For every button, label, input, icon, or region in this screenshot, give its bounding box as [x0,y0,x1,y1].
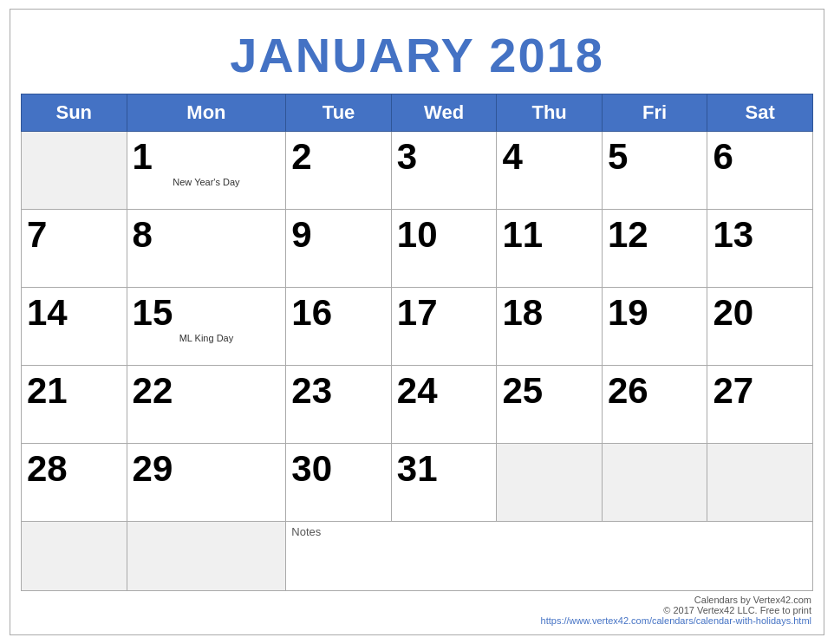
day-cell: 3 [391,132,497,210]
day-number: 21 [27,369,121,409]
day-number: 23 [291,369,386,409]
day-cell: 21 [22,366,127,444]
day-number: 28 [27,447,121,487]
day-number: 29 [133,447,281,487]
footer-line3: https://www.vertex42.com/calendars/calen… [541,615,811,626]
day-number: 10 [397,213,492,253]
day-number: 22 [133,369,281,409]
calendar-table: SunMonTueWedThuFriSat 1New Year's Day234… [21,94,813,591]
footer-line2: © 2017 Vertex42 LLC. Free to print [663,605,811,615]
notes-empty-cell [127,522,286,591]
day-cell: 6 [707,132,813,210]
day-number: 3 [397,135,492,175]
day-number: 5 [608,135,702,175]
notes-row: Notes [22,522,813,591]
footer-line1: Calendars by Vertex42.com [694,595,811,605]
day-cell: 4 [497,132,603,210]
header-row: SunMonTueWedThuFriSat [22,94,813,132]
header-day-wed: Wed [391,94,497,132]
day-number: 11 [502,213,596,253]
calendar-title: JANUARY 2018 [21,18,813,94]
day-cell: 18 [497,288,603,366]
day-cell: 16 [286,288,392,366]
day-cell: 11 [497,210,603,288]
header-day-fri: Fri [602,94,707,132]
day-cell [497,444,603,522]
calendar-container: JANUARY 2018 SunMonTueWedThuFriSat 1New … [10,9,824,635]
day-number: 17 [397,291,492,331]
day-cell: 29 [127,444,286,522]
day-cell: 9 [286,210,392,288]
week-row-1: 78910111213 [22,210,813,288]
day-cell: 10 [391,210,497,288]
day-cell: 14 [22,288,127,366]
day-cell: 28 [22,444,127,522]
header-day-thu: Thu [497,94,603,132]
day-number: 2 [291,135,386,175]
day-number: 1 [133,135,281,175]
day-cell: 12 [602,210,707,288]
day-number: 18 [502,291,596,331]
day-number: 31 [397,447,492,487]
day-number: 20 [713,291,807,331]
day-cell: 5 [602,132,707,210]
header-day-tue: Tue [286,94,392,132]
day-number: 30 [291,447,386,487]
day-number: 6 [713,135,807,175]
day-number: 14 [27,291,121,331]
day-cell: 8 [127,210,286,288]
day-number: 25 [502,369,596,409]
day-cell: 2 [286,132,392,210]
day-cell: 27 [707,366,813,444]
day-cell: 26 [602,366,707,444]
day-cell: 17 [391,288,497,366]
calendar-footer: Calendars by Vertex42.com © 2017 Vertex4… [21,591,813,626]
day-cell [22,132,127,210]
day-number: 26 [608,369,702,409]
notes-empty-cell [22,522,127,591]
week-row-3: 21222324252627 [22,366,813,444]
day-cell: 25 [497,366,603,444]
week-row-2: 1415ML King Day1617181920 [22,288,813,366]
day-cell: 30 [286,444,392,522]
day-cell: 22 [127,366,286,444]
day-cell: 24 [391,366,497,444]
day-cell: 31 [391,444,497,522]
day-number: 9 [291,213,386,253]
day-cell: 7 [22,210,127,288]
day-cell [602,444,707,522]
day-number: 24 [397,369,492,409]
day-number: 13 [713,213,807,253]
holiday-label: ML King Day [133,333,281,343]
day-cell: 1New Year's Day [127,132,286,210]
day-number: 7 [27,213,121,253]
day-cell: 15ML King Day [127,288,286,366]
day-cell [707,444,813,522]
day-cell: 23 [286,366,392,444]
day-number: 16 [291,291,386,331]
week-row-4: 28293031 [22,444,813,522]
day-cell: 13 [707,210,813,288]
day-cell: 20 [707,288,813,366]
header-day-sat: Sat [707,94,813,132]
day-number: 15 [133,291,281,331]
day-number: 8 [133,213,281,253]
day-cell: 19 [602,288,707,366]
day-number: 19 [608,291,702,331]
notes-cell: Notes [286,522,813,591]
week-row-0: 1New Year's Day23456 [22,132,813,210]
header-day-sun: Sun [22,94,127,132]
day-number: 12 [608,213,702,253]
header-day-mon: Mon [127,94,286,132]
holiday-label: New Year's Day [133,177,281,187]
day-number: 4 [502,135,596,175]
day-number: 27 [713,369,807,409]
